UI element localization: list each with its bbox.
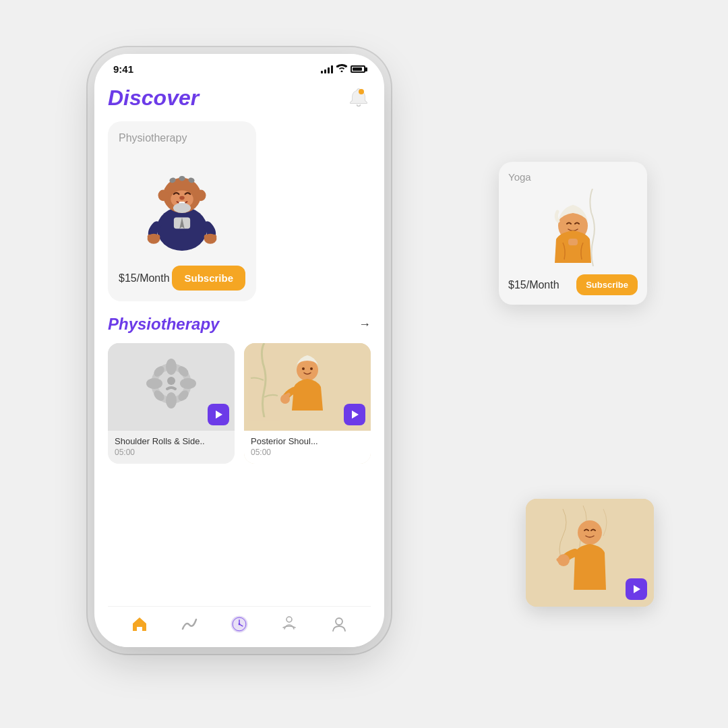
physio-section-title: Physiotherapy [108, 315, 219, 334]
floating-yoga-footer: $15/Month Subscribe [508, 274, 638, 295]
svg-point-24 [146, 378, 162, 389]
svg-point-6 [158, 189, 169, 201]
nav-clock[interactable] [230, 615, 249, 634]
svg-point-46 [578, 520, 602, 545]
svg-point-33 [310, 367, 313, 370]
nav-profile[interactable] [330, 615, 348, 634]
svg-point-16 [204, 235, 209, 239]
svg-point-4 [179, 196, 184, 200]
page-title: Discover [108, 86, 199, 111]
phone-shell: 9:41 [94, 54, 384, 647]
subscription-cards: Physiotherapy [108, 121, 371, 301]
floating-yoga-card[interactable]: Yoga [499, 162, 647, 305]
play-button-2[interactable] [344, 404, 365, 425]
video-title-2: Posterior Shoul... [251, 436, 364, 446]
meditation-icon [280, 615, 299, 634]
svg-point-8 [173, 203, 191, 213]
play-button-floating[interactable] [626, 578, 647, 600]
wifi-icon [336, 64, 347, 74]
physio-price: $15/Month [119, 272, 170, 284]
clock-icon [230, 615, 249, 634]
nav-home[interactable] [130, 615, 149, 634]
app-header: Discover [108, 86, 371, 111]
battery-icon [351, 65, 365, 73]
scene: 9:41 [61, 40, 667, 688]
svg-point-30 [167, 377, 175, 385]
profile-icon [330, 615, 348, 634]
video-info-1: Shoulder Rolls & Side.. 05:00 [108, 431, 235, 464]
physio-card-footer: $15/Month Subscribe [119, 266, 245, 291]
physio-subscribe-button[interactable]: Subscribe [172, 266, 245, 291]
nav-meditation[interactable] [280, 615, 299, 634]
physio-section-header: Physiotherapy → [108, 315, 371, 334]
svg-point-42 [286, 617, 292, 622]
bell-icon[interactable] [349, 88, 371, 109]
status-time: 9:41 [113, 63, 133, 75]
play-button-1[interactable] [208, 404, 229, 425]
svg-point-0 [359, 89, 364, 94]
chart-icon [180, 615, 199, 634]
bottom-nav [108, 606, 371, 647]
floating-yoga-title: Yoga [508, 171, 638, 183]
nav-stats[interactable] [180, 615, 199, 634]
app-content: Discover Physiotherapy [94, 79, 384, 647]
svg-point-15 [155, 235, 160, 239]
video-thumb-1 [108, 343, 235, 431]
status-bar: 9:41 [94, 54, 384, 79]
signal-icon [321, 65, 333, 73]
video-duration-1: 05:00 [115, 448, 228, 457]
svg-rect-45 [568, 239, 578, 245]
floating-yoga-illustration [508, 187, 638, 268]
physio-card-title: Physiotherapy [119, 132, 187, 144]
svg-point-14 [148, 235, 152, 239]
home-icon [130, 615, 149, 634]
floating-yoga-price: $15/Month [508, 279, 559, 291]
see-all-arrow[interactable]: → [359, 317, 371, 332]
svg-point-22 [166, 359, 177, 375]
video-duration-2: 05:00 [251, 448, 364, 457]
svg-point-17 [212, 235, 216, 239]
floating-yoga-subscribe-button[interactable]: Subscribe [576, 274, 638, 295]
physio-subscription-card[interactable]: Physiotherapy [108, 121, 256, 301]
video-card-1[interactable]: Shoulder Rolls & Side.. 05:00 [108, 343, 235, 464]
svg-point-32 [302, 367, 305, 370]
svg-point-7 [196, 189, 206, 201]
video-thumb-2 [244, 343, 371, 431]
svg-point-25 [180, 378, 196, 389]
physio-illustration [119, 150, 245, 257]
video-info-2: Posterior Shoul... 05:00 [244, 431, 371, 464]
svg-point-23 [166, 392, 177, 408]
floating-video-thumb [526, 499, 654, 607]
status-icons [321, 64, 365, 74]
video-title-1: Shoulder Rolls & Side.. [115, 436, 228, 446]
floating-video-card[interactable] [526, 499, 654, 607]
svg-point-31 [297, 359, 318, 381]
video-card-2[interactable]: Posterior Shoul... 05:00 [244, 343, 371, 464]
svg-point-41 [239, 624, 241, 626]
svg-point-43 [336, 618, 342, 625]
svg-point-10 [179, 176, 185, 181]
video-grid: Shoulder Rolls & Side.. 05:00 [108, 343, 371, 464]
